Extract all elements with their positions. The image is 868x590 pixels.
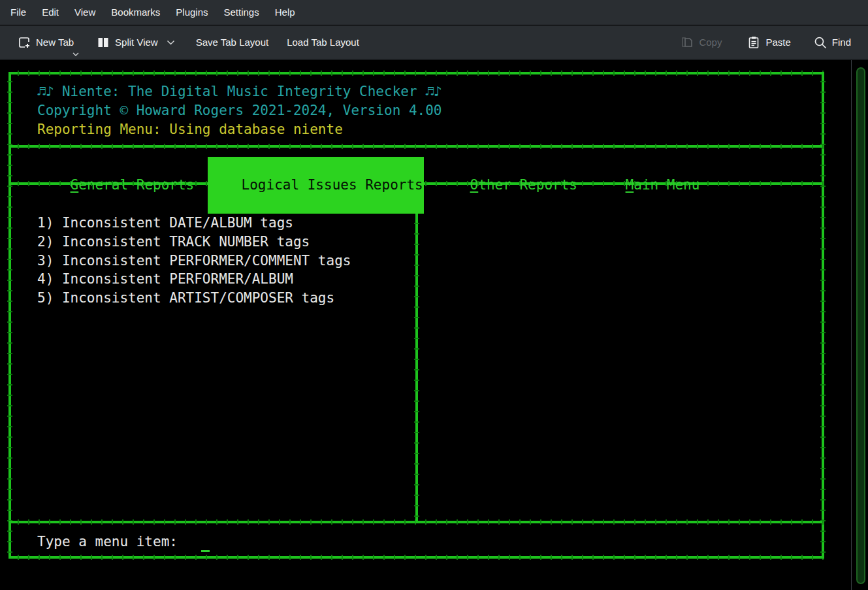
menu-edit[interactable]: Edit: [34, 0, 67, 25]
menu-file[interactable]: File: [3, 0, 34, 25]
split-view-icon: [96, 35, 110, 50]
prompt-label: Type a menu item:: [37, 533, 178, 551]
save-tab-layout-button[interactable]: Save Tab Layout: [189, 33, 275, 52]
terminal-area[interactable]: ♬♪ Niente: The Digital Music Integrity C…: [0, 60, 868, 590]
copy-label: Copy: [699, 37, 722, 48]
menu-item-4[interactable]: 4) Inconsistent PERFORMER/ALBUM: [37, 270, 351, 289]
load-tab-layout-button[interactable]: Load Tab Layout: [280, 33, 366, 52]
menu-help[interactable]: Help: [267, 0, 303, 25]
menu-plugins[interactable]: Plugins: [168, 0, 216, 25]
box-border-bottom: [8, 556, 824, 559]
load-tab-layout-label: Load Tab Layout: [287, 37, 359, 48]
divider-below-header: [8, 145, 824, 148]
scrollbar-track-separator: [851, 60, 852, 590]
panel-divider: [415, 182, 418, 523]
toolbar: New Tab Split View Save Tab Layout Load …: [0, 25, 868, 60]
app-title: ♬♪ Niente: The Digital Music Integrity C…: [37, 82, 442, 101]
new-tab-button[interactable]: New Tab: [10, 31, 80, 54]
paste-button[interactable]: Paste: [740, 31, 797, 54]
split-view-chevron-icon[interactable]: [167, 40, 175, 45]
menu-item-5[interactable]: 5) Inconsistent ARTIST/COMPOSER tags: [37, 289, 351, 308]
new-tab-icon: [17, 35, 31, 50]
menu-settings[interactable]: Settings: [216, 0, 267, 25]
paste-label: Paste: [765, 37, 790, 48]
box-border-top: [8, 72, 824, 74]
save-tab-layout-label: Save Tab Layout: [196, 37, 268, 48]
new-tab-label: New Tab: [36, 37, 74, 48]
menu-view[interactable]: View: [67, 0, 103, 25]
menu-bar: File Edit View Bookmarks Plugins Setting…: [0, 0, 868, 25]
split-view-label: Split View: [115, 37, 158, 48]
copy-icon: [680, 35, 694, 50]
tab-general-reports[interactable]: General Reports: [37, 157, 194, 214]
tab-other-reports[interactable]: Other Reports: [437, 157, 577, 214]
find-button[interactable]: Find: [807, 31, 858, 54]
text-cursor[interactable]: [201, 550, 210, 552]
status-line: Reporting Menu: Using database niente: [37, 120, 343, 139]
copyright-line: Copyright © Howard Rogers 2021-2024, Ver…: [37, 101, 442, 120]
tab-logical-issues-reports[interactable]: Logical Issues Reports: [208, 157, 424, 214]
copy-button: Copy: [673, 31, 728, 54]
menu-item-1[interactable]: 1) Inconsistent DATE/ALBUM tags: [37, 214, 351, 233]
paste-icon: [747, 35, 761, 50]
find-icon: [813, 35, 828, 50]
new-tab-dropdown-chevron-icon[interactable]: [72, 52, 79, 56]
find-label: Find: [832, 37, 851, 48]
scrollbar-thumb[interactable]: [856, 67, 865, 584]
menu-item-3[interactable]: 3) Inconsistent PERFORMER/COMMENT tags: [37, 252, 351, 270]
menu-bookmarks[interactable]: Bookmarks: [103, 0, 168, 25]
tab-main-menu[interactable]: Main Menu: [592, 157, 699, 214]
menu-item-2[interactable]: 2) Inconsistent TRACK NUMBER tags: [37, 233, 351, 252]
split-view-button[interactable]: Split View: [89, 31, 182, 54]
report-menu-list: 1) Inconsistent DATE/ALBUM tags 2) Incon…: [37, 214, 351, 308]
